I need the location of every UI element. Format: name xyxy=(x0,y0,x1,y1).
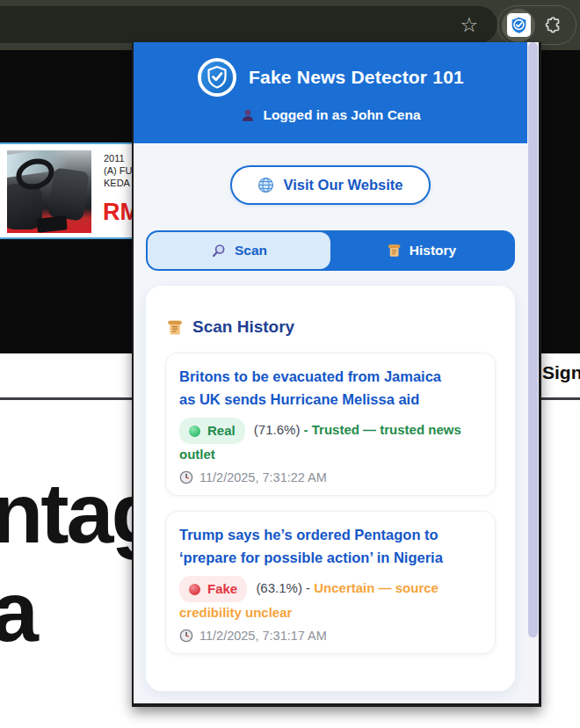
history-item-title: Trump says he’s ordered Pentagon to ‘pre… xyxy=(179,523,459,569)
login-status: Logged in as John Cena xyxy=(263,107,420,123)
popup-title: Fake News Detector 101 xyxy=(249,67,464,88)
clock-icon xyxy=(179,629,193,643)
history-item-result: Fake (63.1%) - Uncertain — source credib… xyxy=(179,576,469,623)
popup-scrollbar-track[interactable] xyxy=(527,42,539,703)
green-dot-icon xyxy=(189,426,200,437)
tab-scan[interactable]: Scan xyxy=(148,232,330,269)
clock-icon xyxy=(179,470,193,484)
magnifier-icon xyxy=(211,243,227,258)
car-listing-line: (A) FU xyxy=(104,164,132,177)
fake-news-detector-extension-icon[interactable] xyxy=(507,13,531,37)
car-listing-line: 2011 xyxy=(104,152,132,164)
confidence-value: (63.1%) xyxy=(256,580,302,595)
scroll-icon xyxy=(388,243,402,258)
tab-history[interactable]: History xyxy=(330,232,513,269)
extension-toolbar-area xyxy=(497,5,576,45)
popup-scrollbar-thumb[interactable] xyxy=(528,42,538,637)
scan-history-title: Scan History xyxy=(192,317,294,337)
result-separator: - xyxy=(304,422,308,437)
sign-in-button[interactable]: Sign xyxy=(542,362,580,383)
car-listing-text: 2011 (A) FU KEDA xyxy=(104,152,132,189)
history-item-result: Real (71.6%) - Trusted — trusted news ou… xyxy=(179,418,469,465)
app-logo-shield-icon xyxy=(197,57,237,98)
tab-history-label: History xyxy=(410,243,456,258)
screen: ☆ xyxy=(0,0,580,728)
red-dot-icon xyxy=(189,584,200,595)
extensions-puzzle-icon[interactable] xyxy=(540,12,567,39)
fake-news-detector-popup: Fake News Detector 101 Logged in as John… xyxy=(132,42,541,707)
car-interior-photo xyxy=(7,150,91,233)
bookmark-star-icon[interactable]: ☆ xyxy=(460,13,478,36)
tab-bar: Scan History xyxy=(146,230,515,271)
history-item[interactable]: Trump says he’s ordered Pentagon to ‘pre… xyxy=(165,511,496,654)
car-listing-line: KEDA xyxy=(104,177,132,189)
popup-header: Fake News Detector 101 Logged in as John… xyxy=(134,42,527,143)
history-item-timestamp-row: 11/2/2025, 7:31:22 AM xyxy=(179,470,482,484)
address-bar[interactable]: ☆ xyxy=(0,6,497,43)
history-item-title: Britons to be evacuated from Jamaica as … xyxy=(179,365,459,411)
shield-check-icon xyxy=(510,16,528,34)
user-icon xyxy=(240,107,256,123)
verdict-label: Fake xyxy=(207,579,237,600)
visit-website-label: Visit Our Website xyxy=(283,177,402,193)
car-listing-card[interactable]: 2011 (A) FU KEDA RM xyxy=(0,142,134,239)
scroll-icon xyxy=(167,318,184,337)
history-item-timestamp-row: 11/2/2025, 7:31:17 AM xyxy=(179,629,482,643)
verdict-badge-real: Real xyxy=(179,418,245,444)
history-panel: Scan History Britons to be evacuated fro… xyxy=(146,286,515,691)
timestamp: 11/2/2025, 7:31:22 AM xyxy=(199,470,327,484)
tab-scan-label: Scan xyxy=(235,243,267,258)
active-extension-highlight[interactable] xyxy=(502,9,535,42)
timestamp: 11/2/2025, 7:31:17 AM xyxy=(199,629,327,643)
visit-website-button[interactable]: Visit Our Website xyxy=(230,165,431,205)
verdict-badge-fake: Fake xyxy=(179,576,247,602)
confidence-value: (71.6%) xyxy=(254,422,301,437)
result-separator: - xyxy=(306,580,310,595)
history-item[interactable]: Britons to be evacuated from Jamaica as … xyxy=(165,353,496,496)
car-price-label: RM xyxy=(103,199,134,226)
globe-icon xyxy=(257,177,274,193)
verdict-label: Real xyxy=(207,420,236,441)
